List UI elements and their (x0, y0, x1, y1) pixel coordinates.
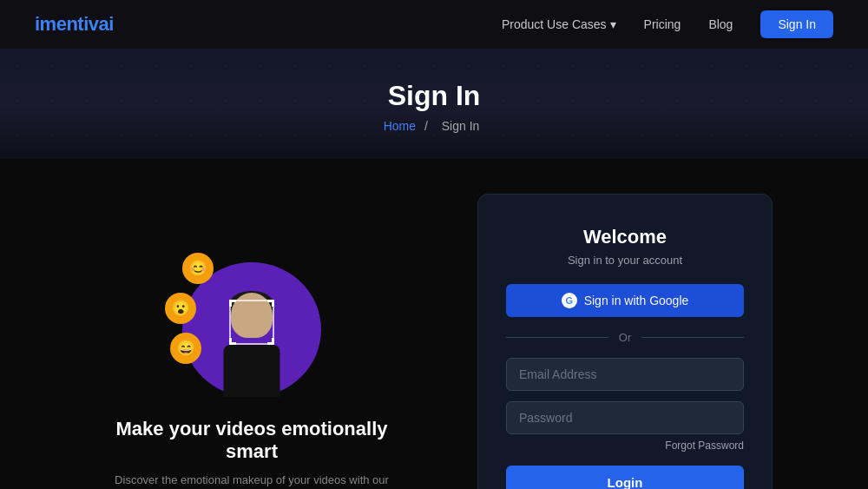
google-icon: G (562, 293, 577, 308)
forgot-password-link[interactable]: Forgot Password (665, 439, 744, 452)
forgot-password-row: Forgot Password (506, 439, 744, 452)
google-btn-label: Sign in with Google (584, 294, 689, 307)
google-signin-button[interactable]: G Sign in with Google (506, 284, 744, 317)
navbar: imentivai Product Use Cases ▾ Pricing Bl… (0, 0, 868, 49)
logo[interactable]: imentivai (35, 13, 114, 36)
password-field[interactable] (506, 401, 744, 434)
emoji-top: 😊 (182, 253, 214, 284)
logo-text: imentiv (35, 13, 99, 35)
scan-corner-tr (267, 300, 274, 307)
scan-corner-bl (229, 338, 236, 345)
left-panel: 😊 😮 😄 Make your videos emotionally smart… (95, 249, 408, 490)
signin-welcome: Welcome (506, 226, 744, 248)
breadcrumb-current: Sign In (442, 119, 480, 133)
scan-corner-br (267, 338, 274, 345)
logo-accent: ai (99, 13, 114, 35)
face-scan-box (229, 300, 274, 345)
signin-card: Welcome Sign in to your account G Sign i… (477, 194, 773, 489)
illus-body (224, 345, 280, 397)
nav-blog[interactable]: Blog (708, 17, 733, 31)
chevron-down-icon: ▾ (610, 17, 616, 31)
scan-corner-tl (229, 300, 236, 307)
nav-product-use-cases[interactable]: Product Use Cases ▾ (502, 17, 616, 31)
breadcrumb-separator: / (424, 119, 428, 133)
left-title: Make your videos emotionally smart (95, 418, 408, 463)
signin-subtitle: Sign in to your account (506, 254, 744, 267)
email-field[interactable] (506, 358, 744, 391)
or-divider: Or (506, 331, 744, 344)
illustration: 😊 😮 😄 (156, 249, 347, 397)
emoji-bot: 😄 (170, 333, 201, 364)
breadcrumb: Home / Sign In (17, 119, 851, 133)
nav-signin-button[interactable]: Sign In (760, 10, 833, 38)
main-content: 😊 😮 😄 Make your videos emotionally smart… (0, 159, 868, 489)
left-subtitle: Discover the emotional makeup of your vi… (95, 472, 408, 490)
login-button[interactable]: Login (506, 466, 744, 489)
breadcrumb-home[interactable]: Home (384, 119, 416, 133)
nav-pricing[interactable]: Pricing (644, 17, 681, 31)
or-label: Or (619, 331, 631, 344)
page-title: Sign In (17, 80, 851, 112)
hero-header: Sign In Home / Sign In (0, 49, 868, 159)
nav-links: Product Use Cases ▾ Pricing Blog Sign In (502, 10, 833, 38)
illus-person (217, 284, 286, 397)
emoji-mid: 😮 (165, 293, 196, 324)
